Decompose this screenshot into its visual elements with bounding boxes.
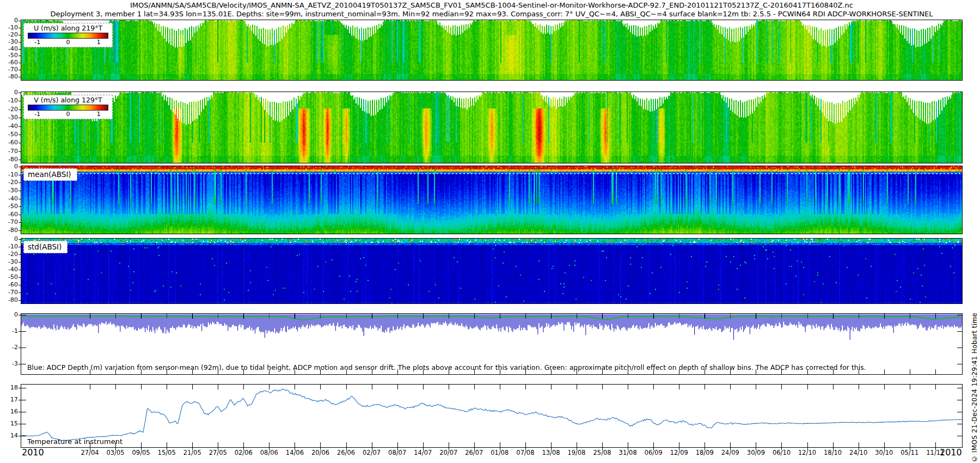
date-tick-label: 30/09 (747, 449, 765, 456)
date-tick-top (320, 385, 321, 389)
date-tick-label: 25/08 (593, 449, 611, 456)
y-tick-mark (19, 215, 21, 215)
xaxis-year-left: 2010 (22, 447, 44, 458)
temperature-label: Temperature at instrument (27, 437, 122, 446)
panel-std-absi: std(ABSI) (21, 238, 963, 304)
date-tick-label: 03/05 (106, 449, 124, 456)
y-tick-mark (19, 118, 21, 118)
depth-caption: Blue: ADCP Depth (m) variation from sens… (27, 363, 866, 371)
date-tick-axis (730, 448, 731, 450)
panel-depth-variation: Blue: ADCP Depth (m) variation from sens… (21, 313, 963, 375)
date-tick-top (346, 314, 347, 319)
u-colorbar-legend: U (m/s) along 219°T -1 0 1 (23, 23, 113, 47)
date-tick-top (449, 314, 449, 319)
date-tick-bottom (705, 442, 705, 447)
date-tick-label: 26/07 (465, 449, 483, 456)
date-tick-bottom (500, 442, 500, 447)
colorbar-tick: 0 (66, 111, 70, 118)
imos-watermark: © IMOS 21-Dec-2024 19:29:41 Hobart time (971, 313, 978, 462)
y-tick-label: -80 (0, 156, 18, 163)
date-tick-axis (679, 448, 679, 450)
y-tick-mark (19, 199, 21, 199)
date-tick-label: 08/07 (388, 449, 406, 456)
date-tick-bottom (884, 369, 885, 374)
date-tick-top (833, 385, 834, 389)
y-tick-label: -20 (0, 179, 18, 186)
date-tick-bottom (935, 442, 936, 447)
date-tick-top (346, 385, 347, 389)
y-tick-mark (19, 300, 21, 301)
date-tick-top (602, 385, 603, 389)
date-tick-axis (602, 448, 603, 450)
date-tick-bottom (679, 442, 679, 447)
date-tick-top (730, 385, 731, 389)
date-tick-top (628, 314, 628, 319)
y-tick-label: 0 (0, 312, 18, 318)
date-tick-top (474, 385, 475, 389)
date-tick-top (474, 314, 475, 319)
date-tick-axis (807, 448, 808, 450)
y-tick-mark (19, 109, 21, 110)
date-tick-bottom (781, 442, 782, 447)
date-tick-label: 30/10 (875, 449, 893, 456)
date-tick-axis (756, 448, 756, 450)
date-tick-top (884, 314, 885, 319)
date-tick-top (884, 385, 885, 389)
date-tick-axis (141, 448, 142, 450)
colorbar-tick: 1 (97, 111, 101, 118)
y-tick-mark-inner (21, 436, 26, 436)
y-tick-mark-inner (21, 348, 26, 348)
date-tick-label: 24/10 (849, 449, 867, 456)
date-tick-top (679, 314, 679, 319)
date-tick-bottom (884, 442, 885, 447)
date-tick-axis (910, 448, 910, 450)
y-tick-label: -20 (0, 32, 18, 38)
y-tick-mark-inner (21, 412, 26, 412)
date-tick-axis (628, 448, 628, 450)
u-legend-title: U (m/s) along 219°T (27, 24, 109, 32)
date-tick-axis (551, 448, 552, 450)
y-tick-label: 0 (0, 17, 18, 24)
date-tick-top (705, 314, 705, 319)
y-tick-mark (19, 21, 21, 21)
date-tick-bottom (372, 442, 372, 447)
y-tick-label: -10 (0, 98, 18, 104)
date-tick-axis (397, 448, 398, 450)
date-tick-top (423, 314, 424, 319)
date-tick-bottom (192, 442, 193, 447)
y-tick-mark (19, 348, 21, 348)
date-tick-top (653, 385, 654, 389)
date-tick-top (167, 385, 167, 389)
date-tick-label: 07/08 (516, 449, 534, 456)
y-tick-label: -30 (0, 39, 18, 45)
colorbar-tick: -1 (34, 111, 40, 118)
y-tick-label: 17 (0, 397, 18, 403)
y-tick-mark-right (957, 436, 962, 436)
date-tick-bottom (218, 442, 218, 447)
v-legend-title: V (m/s) along 129°T (27, 96, 109, 104)
y-tick-mark (19, 277, 21, 278)
y-tick-mark (19, 315, 21, 315)
date-tick-top (218, 385, 218, 389)
y-tick-mark (19, 436, 21, 436)
y-tick-mark (19, 254, 21, 255)
y-tick-label: 15 (0, 421, 18, 427)
date-tick-bottom (910, 442, 910, 447)
date-tick-bottom (653, 442, 654, 447)
y-tick-label: -50 (0, 274, 18, 281)
date-tick-axis (935, 448, 936, 450)
panel-mean-absi: mean(ABSI) (21, 166, 963, 234)
date-tick-top (269, 314, 270, 319)
date-tick-top (218, 314, 218, 319)
date-tick-label: 21/05 (183, 449, 201, 456)
date-tick-axis (653, 448, 654, 450)
date-tick-bottom (167, 442, 167, 447)
date-tick-bottom (730, 442, 731, 447)
y-tick-label: -60 (0, 211, 18, 218)
y-tick-mark (19, 70, 21, 70)
y-tick-mark (19, 293, 21, 293)
y-tick-mark (19, 388, 21, 388)
y-tick-label: -60 (0, 282, 18, 288)
date-tick-bottom (295, 442, 295, 447)
y-tick-mark (19, 93, 21, 93)
